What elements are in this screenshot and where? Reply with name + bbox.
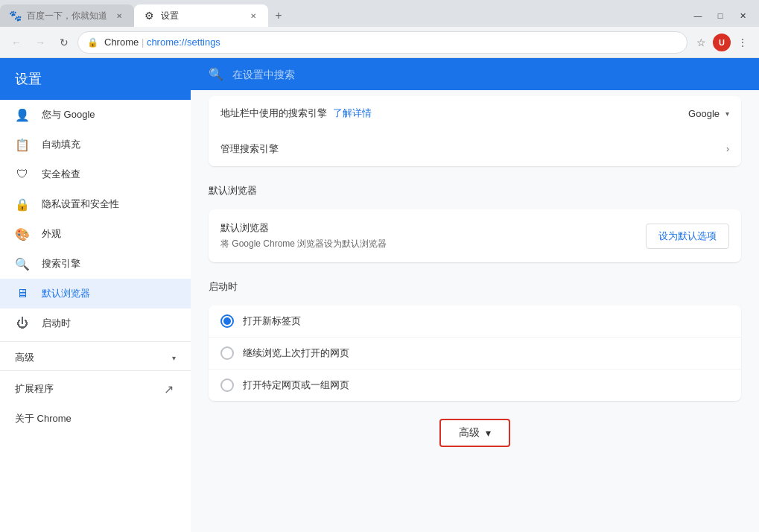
sidebar-item-default-browser-label: 默认浏览器 xyxy=(42,287,90,300)
maximize-button[interactable]: □ xyxy=(710,5,731,26)
tab-baidu-favicon: 🐾 xyxy=(9,10,21,22)
main-content: 设置 👤 您与 Google 📋 自动填充 🛡 安全检查 🔒 隐私设置和安全性 … xyxy=(0,58,759,532)
manage-search-chevron-icon: › xyxy=(726,144,729,154)
sidebar-item-google-label: 您与 Google xyxy=(42,108,95,121)
advanced-section-label: 高级 xyxy=(15,351,34,364)
external-link-icon: ↗ xyxy=(161,381,176,396)
refresh-button[interactable]: ↻ xyxy=(54,32,74,53)
sidebar-item-startup-label: 启动时 xyxy=(42,317,71,330)
address-bar-search-row: 地址栏中使用的搜索引擎 了解详情 Google ▾ xyxy=(209,96,741,130)
search-engine-card: 地址栏中使用的搜索引擎 了解详情 Google ▾ 管理搜索引擎 › xyxy=(209,96,741,166)
nav-actions: ☆ U ⋮ xyxy=(690,32,753,53)
sidebar-item-startup[interactable]: ⏻ 启动时 xyxy=(0,308,191,338)
sidebar-item-search[interactable]: 🔍 搜索引擎 xyxy=(0,249,191,279)
radio-dot-icon xyxy=(223,317,231,325)
minimize-button[interactable]: — xyxy=(687,5,708,26)
radio-specific[interactable] xyxy=(220,379,234,392)
shield-icon: 🛡 xyxy=(15,167,30,182)
manage-search-row[interactable]: 管理搜索引擎 › xyxy=(209,132,741,166)
settings-search-input[interactable] xyxy=(232,69,741,80)
bookmark-button[interactable]: ☆ xyxy=(690,32,711,53)
sidebar-item-privacy-label: 隐私设置和安全性 xyxy=(42,197,119,211)
radio-new-tab[interactable] xyxy=(220,314,234,328)
advanced-expand-icon: ▾ xyxy=(172,354,176,362)
sidebar-item-search-label: 搜索引擎 xyxy=(42,257,80,270)
settings-search-header: 🔍 xyxy=(191,58,759,90)
tab-settings[interactable]: ⚙ 设置 ✕ xyxy=(134,4,268,27)
address-bar[interactable]: 🔒 Chrome | chrome://settings xyxy=(77,31,687,54)
address-bar-search-label: 地址栏中使用的搜索引擎 了解详情 xyxy=(220,107,372,120)
manage-search-label: 管理搜索引擎 xyxy=(220,142,279,156)
power-icon: ⏻ xyxy=(15,316,30,331)
close-button[interactable]: ✕ xyxy=(732,5,753,26)
startup-option-specific[interactable]: 打开特定网页或一组网页 xyxy=(209,369,741,401)
navigation-bar: ← → ↻ 🔒 Chrome | chrome://settings ☆ U ⋮ xyxy=(0,27,759,58)
advanced-button[interactable]: 高级 ▾ xyxy=(439,419,510,447)
lock-icon: 🔒 xyxy=(87,37,98,48)
sidebar-item-about-label: 关于 Chrome xyxy=(15,412,72,425)
startup-title: 启动时 xyxy=(209,268,741,300)
forward-button[interactable]: → xyxy=(30,32,51,53)
default-browser-text: 默认浏览器 将 Google Chrome 浏览器设为默认浏览器 xyxy=(220,221,387,250)
sidebar-divider xyxy=(0,341,191,342)
default-browser-card-desc: 将 Google Chrome 浏览器设为默认浏览器 xyxy=(220,238,387,250)
sidebar-divider-2 xyxy=(0,370,191,371)
sidebar-item-appearance[interactable]: 🎨 外观 xyxy=(0,219,191,249)
sidebar-item-security-label: 安全检查 xyxy=(42,168,80,181)
startup-new-tab-label: 打开新标签页 xyxy=(243,314,301,328)
startup-continue-label: 继续浏览上次打开的网页 xyxy=(243,346,349,360)
default-browser-title: 默认浏览器 xyxy=(209,172,741,203)
search-engine-value[interactable]: Google ▾ xyxy=(688,108,729,119)
search-sidebar-icon: 🔍 xyxy=(15,256,30,271)
advanced-button-wrap: 高级 ▾ xyxy=(209,407,741,459)
browser-icon: 🖥 xyxy=(15,286,30,301)
advanced-button-label: 高级 xyxy=(459,426,480,440)
tab-baidu-title: 百度一下，你就知道 xyxy=(27,10,107,22)
palette-icon: 🎨 xyxy=(15,227,30,241)
dropdown-chevron-icon: ▾ xyxy=(725,110,729,118)
advanced-button-chevron-icon: ▾ xyxy=(486,427,491,439)
startup-option-continue[interactable]: 继续浏览上次打开的网页 xyxy=(209,337,741,369)
startup-option-new-tab[interactable]: 打开新标签页 xyxy=(209,305,741,337)
window-controls: — □ ✕ xyxy=(687,4,759,27)
lock-privacy-icon: 🔒 xyxy=(15,197,30,212)
sidebar-item-about[interactable]: 关于 Chrome xyxy=(0,404,191,434)
settings-body: 地址栏中使用的搜索引擎 了解详情 Google ▾ 管理搜索引擎 › xyxy=(191,96,759,477)
startup-specific-label: 打开特定网页或一组网页 xyxy=(243,379,349,392)
sidebar-item-privacy[interactable]: 🔒 隐私设置和安全性 xyxy=(0,189,191,219)
tab-baidu[interactable]: 🐾 百度一下，你就知道 ✕ xyxy=(0,4,134,27)
sidebar-item-default-browser[interactable]: 🖥 默认浏览器 xyxy=(0,279,191,308)
title-bar: 🐾 百度一下，你就知道 ✕ ⚙ 设置 ✕ + — □ ✕ xyxy=(0,0,759,27)
autofill-icon: 📋 xyxy=(15,137,30,152)
learn-more-link[interactable]: 了解详情 xyxy=(333,107,372,120)
sidebar: 设置 👤 您与 Google 📋 自动填充 🛡 安全检查 🔒 隐私设置和安全性 … xyxy=(0,58,191,532)
sidebar-advanced-section[interactable]: 高级 ▾ xyxy=(0,345,191,367)
tab-settings-favicon: ⚙ xyxy=(143,10,155,22)
sidebar-item-google[interactable]: 👤 您与 Google xyxy=(0,100,191,130)
avatar[interactable]: U xyxy=(713,34,731,51)
set-default-button[interactable]: 设为默认选项 xyxy=(646,224,729,249)
startup-card: 打开新标签页 继续浏览上次打开的网页 打开特定网页或一组网页 xyxy=(209,305,741,401)
back-button[interactable]: ← xyxy=(6,32,27,53)
menu-button[interactable]: ⋮ xyxy=(732,32,753,53)
sidebar-item-autofill-label: 自动填充 xyxy=(42,138,80,151)
default-browser-card-title: 默认浏览器 xyxy=(220,221,387,235)
settings-content: 🔍 地址栏中使用的搜索引擎 了解详情 Google ▾ xyxy=(191,58,759,532)
tab-settings-close[interactable]: ✕ xyxy=(247,10,259,22)
sidebar-item-extensions[interactable]: 扩展程序 ↗ xyxy=(0,374,191,404)
address-text: Chrome | chrome://settings xyxy=(104,37,678,48)
radio-continue[interactable] xyxy=(220,346,234,360)
default-browser-card: 默认浏览器 将 Google Chrome 浏览器设为默认浏览器 设为默认选项 xyxy=(209,209,741,262)
tab-settings-title: 设置 xyxy=(161,10,241,22)
sidebar-title: 设置 xyxy=(0,58,191,100)
sidebar-item-appearance-label: 外观 xyxy=(42,227,61,241)
tab-baidu-close[interactable]: ✕ xyxy=(113,10,125,22)
sidebar-item-autofill[interactable]: 📋 自动填充 xyxy=(0,130,191,159)
sidebar-item-extensions-label: 扩展程序 xyxy=(15,382,54,396)
person-icon: 👤 xyxy=(15,107,30,122)
search-header-icon: 🔍 xyxy=(209,67,223,81)
sidebar-item-security[interactable]: 🛡 安全检查 xyxy=(0,159,191,189)
new-tab-button[interactable]: + xyxy=(268,5,289,26)
